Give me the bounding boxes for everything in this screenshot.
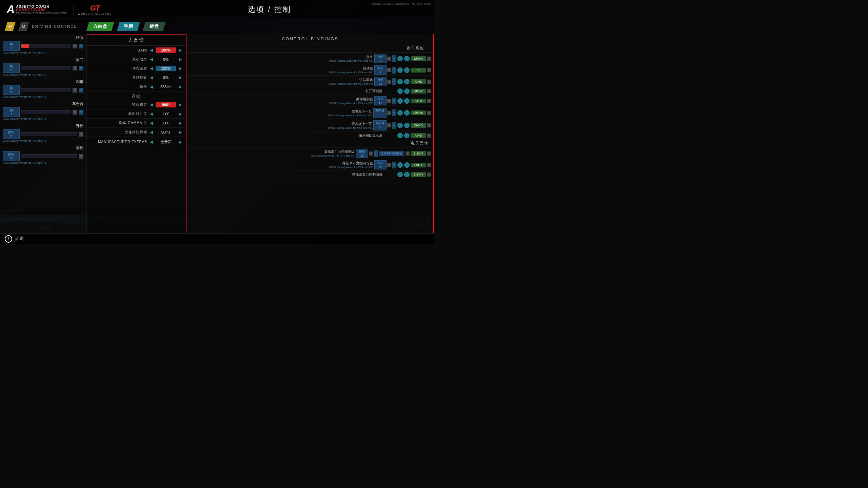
ff-lock-left[interactable]: ◀: [149, 102, 154, 107]
tc-cut-circle2[interactable]: [404, 172, 410, 177]
brake-dropdown[interactable]: ▼: [79, 88, 83, 93]
dash-next-badge: 方向键上: [373, 108, 387, 118]
wipers-on-key-clear[interactable]: ×: [427, 89, 431, 93]
dash-prev-dropdown[interactable]: ▼: [392, 122, 396, 129]
tc-down-dropdown[interactable]: ▼: [392, 162, 396, 168]
ff-damping-right[interactable]: ▶: [178, 66, 182, 71]
ff-damping-left[interactable]: ◀: [149, 66, 154, 71]
ff-linearity-left[interactable]: ◀: [149, 111, 154, 116]
dash-next-circle1[interactable]: [397, 110, 403, 116]
dash-prev-key: Ctrl+D: [411, 123, 426, 128]
ff-debounce-right[interactable]: ▶: [178, 130, 182, 135]
downshift-clear-btn[interactable]: ×: [79, 154, 83, 159]
ignition-dropdown[interactable]: ▼: [392, 55, 396, 62]
brake-axis-badge: 轴6: [3, 85, 20, 95]
ignition-circle2[interactable]: [404, 56, 410, 61]
ff-linearity-right[interactable]: ▶: [178, 111, 182, 116]
upshift-clear-btn[interactable]: ×: [79, 132, 83, 137]
wipers-on-circle2[interactable]: [404, 88, 410, 94]
cycle-display-circle1[interactable]: [397, 133, 403, 138]
dash-next-clear[interactable]: ×: [387, 111, 391, 115]
dash-next-name: 仪表板下一页: [189, 109, 372, 114]
tc-down-circle2[interactable]: [404, 162, 410, 168]
wipers-cycle-key: Alt+R: [411, 99, 426, 103]
clutch-clear-btn[interactable]: ×: [73, 110, 77, 115]
ignition-clear[interactable]: ×: [387, 57, 391, 61]
brake-clear-btn[interactable]: ×: [73, 88, 77, 93]
pit-circle1[interactable]: [397, 79, 403, 84]
dash-next-dropdown[interactable]: ▼: [392, 109, 396, 116]
ff-gamma-left[interactable]: ◀: [149, 121, 154, 125]
tab-keyboard[interactable]: 键盘: [143, 22, 166, 31]
back-button[interactable]: 3: [5, 235, 12, 243]
steering-dropdown[interactable]: ▼: [79, 44, 83, 48]
cycle-display-key-clear[interactable]: ×: [427, 134, 431, 138]
ff-lock-right[interactable]: ▶: [178, 102, 182, 107]
wipers-cycle-key-clear[interactable]: ×: [427, 99, 431, 103]
throttle-clear-btn[interactable]: ×: [73, 66, 77, 70]
acc-a-letter: A: [7, 3, 15, 16]
cycle-display-circle2[interactable]: [404, 133, 410, 138]
ff-minpower-right[interactable]: ▶: [178, 57, 182, 62]
tc-up-clear[interactable]: ×: [369, 151, 373, 156]
pit-key-clear[interactable]: ×: [427, 80, 431, 84]
ff-debounce-left[interactable]: ◀: [149, 130, 154, 135]
dash-next-circle2[interactable]: [404, 110, 410, 116]
ff-gamma-right[interactable]: ▶: [178, 121, 182, 125]
undo-button[interactable]: ↩: [5, 22, 16, 31]
wipers-on-circle1[interactable]: [397, 88, 403, 94]
dash-next-key-clear[interactable]: ×: [427, 111, 431, 115]
tc-up-key: Shift+T: [411, 151, 426, 156]
throttle-device: G923 Racing Wheel for PS4 and PC: [3, 73, 83, 76]
ff-freq-left[interactable]: ◀: [149, 84, 154, 89]
tc-up-dropdown[interactable]: ▼: [374, 150, 378, 157]
clutch-dropdown[interactable]: ▼: [79, 110, 83, 115]
ignition-key-clear[interactable]: ×: [427, 57, 431, 61]
tc-cut-name: 降低牵引力控制缩减: [189, 172, 382, 177]
steering-clear-btn[interactable]: ×: [73, 44, 77, 48]
wipers-cycle-circle1[interactable]: [397, 98, 403, 104]
dash-prev-circle2[interactable]: [404, 123, 410, 128]
ff-minpower-left[interactable]: ◀: [149, 57, 154, 62]
ff-extras-right[interactable]: ▶: [178, 140, 182, 144]
wipers-cycle-circle2[interactable]: [404, 98, 410, 104]
wipers-cycle-clear[interactable]: ×: [387, 99, 391, 103]
tc-up-key-clear[interactable]: ×: [427, 151, 431, 156]
ff-road-row: 道路特效 ◀ 0% ▶: [86, 73, 186, 82]
upshift-device: G923 Racing Wheel for PS4 and PC: [3, 139, 83, 142]
dash-prev-clear[interactable]: ×: [387, 123, 391, 127]
starter-key-clear[interactable]: ×: [427, 68, 431, 72]
tc-down-clear[interactable]: ×: [387, 163, 391, 167]
dash-prev-name: 仪表板上一页: [189, 122, 372, 126]
ignition-circle1[interactable]: [397, 56, 403, 61]
steering-device: G923 Racing Wheel for PS4 and PC: [3, 51, 83, 54]
dash-next-device: G923 Racing Wheel for PS4 and PC: [189, 114, 372, 117]
pit-circle2[interactable]: [404, 79, 410, 84]
ff-road-right[interactable]: ▶: [178, 75, 182, 80]
ff-gain-left[interactable]: ◀: [149, 48, 154, 53]
pit-clear[interactable]: ×: [387, 80, 391, 84]
ff-road-left[interactable]: ◀: [149, 75, 154, 80]
ff-gain-right[interactable]: ▶: [178, 48, 182, 53]
tab-wheel[interactable]: 方向盘: [86, 22, 114, 31]
refresh-button[interactable]: ↺: [18, 22, 29, 31]
tc-down-key-clear[interactable]: ×: [427, 163, 431, 167]
pit-dropdown[interactable]: ▼: [392, 78, 396, 85]
wipers-cycle-dropdown[interactable]: ▼: [392, 98, 396, 104]
ff-freq-right[interactable]: ▶: [178, 84, 182, 89]
starter-clear[interactable]: ×: [387, 68, 391, 72]
starter-circle2[interactable]: [404, 67, 410, 73]
throttle-dropdown[interactable]: ▼: [79, 66, 83, 70]
tc-up-joystick-clear[interactable]: ×: [406, 151, 410, 156]
starter-dropdown[interactable]: ▼: [392, 67, 396, 74]
acc-logo-text: ASSETTO CORSACOMPETIZIONE THE OFFICIAL G…: [16, 5, 67, 14]
tc-cut-key-clear[interactable]: ×: [427, 172, 431, 177]
tc-cut-circle1[interactable]: [397, 172, 403, 177]
dash-prev-key-clear[interactable]: ×: [427, 123, 431, 127]
dash-prev-circle1[interactable]: [397, 123, 403, 128]
ff-extras-left[interactable]: ◀: [149, 140, 154, 144]
cycle-display-key: Alt+D: [411, 133, 426, 138]
tab-gamepad[interactable]: 手柄: [117, 22, 140, 31]
starter-circle1[interactable]: [397, 67, 403, 73]
tc-down-circle1[interactable]: [397, 162, 403, 168]
